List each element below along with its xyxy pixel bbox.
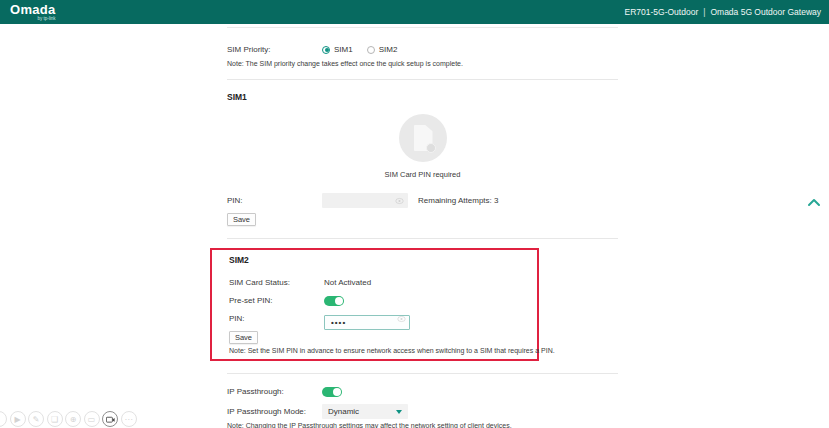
show-password-icon[interactable] [397,315,406,323]
sim1-save-button[interactable]: Save [227,213,256,226]
device-name: ER701-5G-Outdoor [625,7,699,17]
radio-sim1[interactable]: SIM1 [322,45,353,54]
drag-handle-icon[interactable] [0,411,7,427]
sim-card-locked-icon [399,114,447,162]
radio-sim1-dot[interactable] [322,46,330,54]
mode-selected-value: Dynamic [328,407,359,416]
sim2-status-row: SIM Card Status: Not Activated [229,275,527,290]
sim-priority-note: Note: The SIM priority change takes effe… [227,60,618,67]
sim-priority-row: SIM Priority: SIM1 SIM2 [227,42,618,57]
section-divider [227,238,618,239]
ip-passthrough-mode-label: IP Passthrough Mode: [227,407,322,416]
record-icon[interactable]: ▭ [84,411,100,427]
radio-sim2-dot[interactable] [367,46,375,54]
zoom-icon[interactable]: ⊕ [65,411,81,427]
sim-priority-label: SIM Priority: [227,45,322,54]
omada-logo-subtext: by tp-link [38,17,56,22]
sim2-note: Note: Set the SIM PIN in advance to ensu… [229,347,527,354]
ip-passthrough-toggle[interactable] [322,387,342,397]
app-header: Omada by tp-link ER701-5G-Outdoor | Omad… [0,0,829,24]
sim2-status-value: Not Activated [324,278,371,287]
sim2-pin-row: PIN: [229,311,527,326]
section-divider [227,79,618,80]
sim2-save-button[interactable]: Save [229,331,258,344]
sim2-title: SIM2 [229,255,527,265]
sim1-pin-label: PIN: [227,196,322,205]
ip-passthrough-mode-row: IP Passthrough Mode: Dynamic [227,404,618,419]
settings-panel: SIM Priority: SIM1 SIM2 Note: The SIM pr… [227,27,618,428]
sim2-preset-pin-label: Pre-set PIN: [229,296,324,305]
omada-logo-text: Omada [10,3,56,16]
sim1-pin-row: PIN: Remaining Attempts: 3 [227,193,618,208]
sim2-highlight-box: SIM2 SIM Card Status: Not Activated Pre-… [210,248,539,361]
title-separator: | [703,7,705,17]
sim2-preset-pin-row: Pre-set PIN: [229,293,527,308]
radio-sim2[interactable]: SIM2 [367,45,398,54]
remaining-attempts: Remaining Attempts: 3 [418,196,498,205]
ip-passthrough-label: IP Passthrough: [227,387,322,396]
sim2-status-label: SIM Card Status: [229,278,324,287]
sim-priority-radio-group: SIM1 SIM2 [322,45,397,54]
ip-passthrough-mode-select[interactable]: Dynamic [322,404,408,419]
preset-pin-toggle[interactable] [324,296,344,306]
toggle-knob [335,297,343,305]
show-password-icon[interactable] [395,197,404,205]
pencil-icon[interactable]: ✎ [28,411,44,427]
section-divider [227,373,618,374]
sim1-title: SIM1 [227,92,618,102]
product-name: Omada 5G Outdoor Gateway [710,7,821,17]
sim-lock-badge-icon [426,143,436,153]
radio-sim1-label: SIM1 [334,45,353,54]
ip-passthrough-row: IP Passthrough: [227,384,618,399]
omada-logo: Omada by tp-link [10,3,56,22]
play-icon[interactable]: ▶ [10,411,26,427]
sim1-status-message: SIM Card PIN required [227,170,618,179]
more-icon[interactable]: ⋯ [121,411,137,427]
sim1-status-block: SIM Card PIN required [227,114,618,179]
chevron-down-icon [396,410,402,414]
capture-toolbar: ▶ ✎ ❏ ⊕ ▭ ⋯ [0,411,137,427]
device-title: ER701-5G-Outdoor | Omada 5G Outdoor Gate… [625,7,821,17]
ip-passthrough-note: Note: Changing the IP Passthrough settin… [227,422,618,428]
radio-sim2-label: SIM2 [379,45,398,54]
toggle-knob [333,388,341,396]
camera-icon[interactable] [102,411,118,427]
sim2-pin-label: PIN: [229,314,324,323]
copy-icon[interactable]: ❏ [47,411,63,427]
scroll-top-button[interactable] [806,195,822,209]
